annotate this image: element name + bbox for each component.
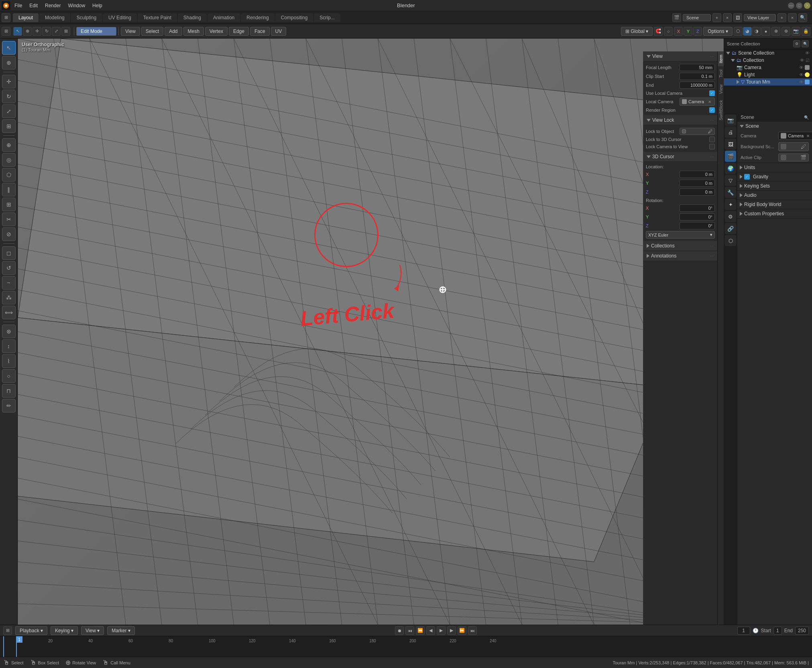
search-btn[interactable]: 🔍 — [798, 13, 807, 22]
outliner-touran[interactable]: ▽ Touran Mm 👁 — [724, 78, 812, 86]
tab-layout[interactable]: Layout — [13, 13, 39, 22]
render-tab-btn[interactable]: 📷 — [725, 114, 736, 126]
camera-vis[interactable]: 👁 — [799, 65, 804, 70]
rotation-mode-dropdown[interactable]: XYZ Euler ▾ — [646, 231, 715, 239]
outliner-filter-btn[interactable]: ⚙ — [793, 40, 800, 47]
rip-region-tool[interactable]: ⊓ — [2, 384, 16, 398]
overlay-btn[interactable]: ⊕ — [771, 27, 780, 36]
tab-compositing[interactable]: Compositing — [275, 13, 313, 22]
prev-frame-btn[interactable]: ◀ — [426, 626, 435, 635]
render-region-checkbox[interactable]: ✓ — [709, 107, 715, 113]
shrink-flatten-tool[interactable]: ⊛ — [2, 325, 16, 338]
tab-modeling[interactable]: Modeling — [39, 13, 70, 22]
view-layer-tab-btn[interactable]: 🖼 — [725, 139, 736, 150]
tool-tab[interactable]: Tool — [718, 66, 724, 81]
outliner-scene-collection[interactable]: 🗂 Scene Collection 👁 — [724, 49, 812, 57]
timeline-indicator[interactable] — [3, 636, 4, 657]
blender-logo[interactable] — [2, 1, 10, 10]
minimize-button[interactable]: — — [788, 2, 794, 9]
face-menu[interactable]: Face — [250, 27, 270, 36]
viewport-editor-icon[interactable]: ⊞ — [2, 27, 10, 36]
cursor-3d-tool[interactable]: ⊕ — [2, 56, 16, 69]
lock-obj-pick-icon[interactable]: 🖊 — [708, 129, 712, 134]
focal-length-value[interactable]: 50 mm — [680, 64, 715, 71]
swiftblock-tab[interactable]: SwiftBlock — [718, 97, 724, 124]
randomize-tool[interactable]: ⁂ — [2, 291, 16, 304]
local-camera-obj-btn[interactable]: Camera ✕ — [680, 98, 715, 106]
transform-tool[interactable]: ⊞ — [2, 119, 16, 133]
prev-keyframe-btn[interactable]: ⏪ — [416, 626, 425, 635]
select-box-tool[interactable]: ↖ — [2, 41, 16, 55]
poly-build-tool[interactable]: ◻ — [2, 246, 16, 260]
shear-tool[interactable]: ⌇ — [2, 354, 16, 368]
options-dropdown[interactable]: Options ▾ — [703, 27, 733, 36]
view-layer-icon[interactable]: 🖼 — [733, 13, 742, 22]
scene-section-header[interactable]: Scene — [737, 122, 812, 131]
scene-collection-vis[interactable]: 👁 — [805, 51, 810, 55]
tab-texture-paint[interactable]: Texture Paint — [138, 13, 177, 22]
menu-help[interactable]: Help — [89, 2, 106, 10]
solid-shading-btn[interactable]: ◕ — [743, 27, 752, 36]
menu-window[interactable]: Window — [65, 2, 88, 10]
annotations-options[interactable]: ⋯ — [710, 254, 714, 258]
material-shading-btn[interactable]: ◑ — [752, 27, 761, 36]
edge-slide-tool[interactable]: ⟺ — [2, 306, 16, 319]
viewport-3d[interactable]: .wire { stroke: #222; stroke-width: 0.4;… — [18, 39, 724, 625]
tab-rendering[interactable]: Rendering — [241, 13, 274, 22]
knife-tool[interactable]: ✂ — [2, 212, 16, 226]
cursor-options[interactable]: ⋯ — [710, 155, 714, 159]
camera-clear-btn[interactable]: ✕ — [707, 99, 712, 104]
bg-scene-btn[interactable]: 🖊 — [778, 142, 809, 151]
constraints-tab-btn[interactable]: 🔗 — [725, 223, 736, 234]
item-tab[interactable]: Item — [718, 51, 724, 66]
loop-cut-tool[interactable]: ∥ — [2, 183, 16, 196]
bisect-tool[interactable]: ⊘ — [2, 227, 16, 241]
tab-animation[interactable]: Animation — [208, 13, 240, 22]
cursor-rx-value[interactable]: 0° — [680, 204, 715, 212]
mode-dropdown[interactable]: Edit Mode — [76, 27, 116, 36]
bevel-tool[interactable]: ⬡ — [2, 168, 16, 182]
transform-orientation[interactable]: ⊞ Global ▾ — [621, 27, 653, 36]
camera-prop-value[interactable]: Camera ✕ — [778, 132, 812, 140]
transform-tool-icon[interactable]: ⊞ — [61, 27, 70, 36]
keying-dropdown[interactable]: Keying ▾ — [51, 626, 78, 635]
camera-prop-clear[interactable]: ✕ — [805, 133, 811, 139]
audio-header[interactable]: Audio — [737, 191, 812, 200]
output-tab-btn[interactable]: 🖨 — [725, 127, 736, 138]
light-vis[interactable]: 👁 — [799, 72, 804, 77]
object-tab-btn[interactable]: ▽ — [725, 175, 736, 186]
view-menu[interactable]: View — [121, 27, 140, 36]
marker-dropdown[interactable]: Marker ▾ — [107, 626, 135, 635]
scene-icon[interactable]: 🎬 — [672, 13, 681, 22]
outliner-light[interactable]: 💡 Light 👁 — [724, 71, 812, 78]
modifier-tab-btn[interactable]: 🔧 — [725, 187, 736, 198]
current-frame-value[interactable]: 1 — [737, 627, 750, 635]
collection-exclude[interactable]: ☑ — [806, 58, 810, 63]
tab-uv-editing[interactable]: UV Editing — [103, 13, 137, 22]
cursor-3d-header[interactable]: 3D Cursor ⋯ — [643, 152, 717, 162]
edge-menu[interactable]: Edge — [229, 27, 249, 36]
outliner-camera[interactable]: 📷 Camera 👁 — [724, 64, 812, 71]
cursor-ry-value[interactable]: 0° — [680, 213, 715, 221]
particles-tab-btn[interactable]: ✦ — [725, 199, 736, 210]
outliner-collection[interactable]: 🗂 Collection 👁 ☑ — [724, 57, 812, 64]
menu-edit[interactable]: Edit — [26, 2, 41, 10]
camera-view-btn[interactable]: 📷 — [792, 27, 800, 36]
world-tab-btn[interactable]: 🌍 — [725, 163, 736, 174]
cursor-z-value[interactable]: 0 m — [680, 188, 715, 196]
gizmo-btn[interactable]: ⊛ — [781, 27, 790, 36]
select-menu[interactable]: Select — [141, 27, 163, 36]
rigid-body-header[interactable]: Rigid Body World — [737, 200, 812, 209]
push-pull-tool[interactable]: ↕ — [2, 339, 16, 353]
view-tab[interactable]: View — [718, 81, 724, 97]
bg-scene-icon-btn[interactable]: 🖊 — [801, 143, 806, 150]
xyz-constraint-x[interactable]: X — [674, 27, 683, 36]
view-layer-options[interactable]: + — [777, 13, 786, 22]
view-layer-delete[interactable]: × — [788, 13, 797, 22]
custom-props-header[interactable]: Custom Properties — [737, 209, 812, 218]
physics-tab-btn[interactable]: ⚙ — [725, 211, 736, 222]
menu-render[interactable]: Render — [42, 2, 64, 10]
lock-btn[interactable]: 🔒 — [802, 27, 810, 36]
move-tool-icon[interactable]: ✛ — [33, 27, 41, 36]
view-layer-selector[interactable]: View Layer — [744, 14, 776, 21]
